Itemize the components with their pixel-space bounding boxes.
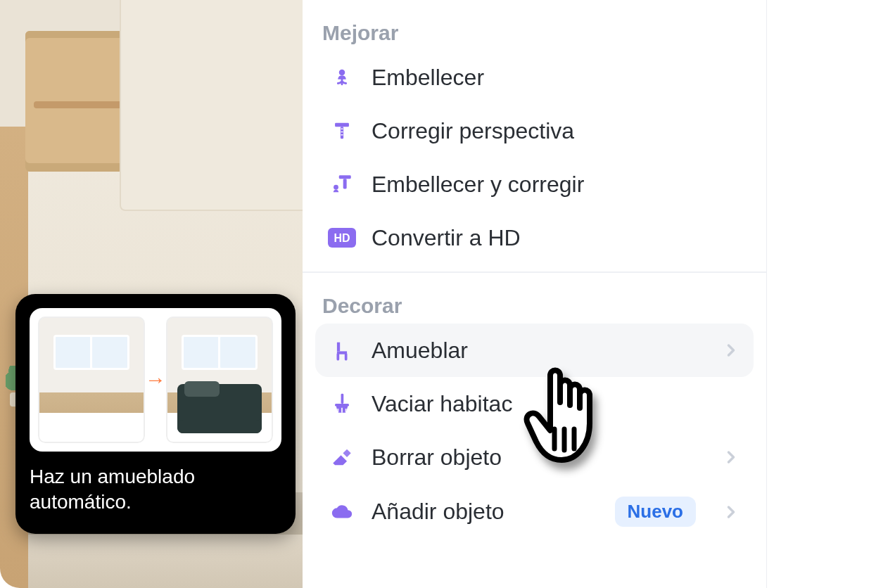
section-title-decorate: Decorar [315,291,754,324]
new-badge: Nuevo [615,497,696,527]
eraser-icon [328,443,356,471]
flower-icon [328,63,356,91]
item-label: Corregir perspectiva [372,118,574,144]
actions-panel: Mejorar Embellecer Corregir perspectiva … [303,0,767,588]
item-label: Vaciar habitac [372,391,512,417]
item-erase-object[interactable]: Borrar objeto [315,430,754,484]
chevron-right-icon [721,340,741,360]
svg-rect-9 [341,394,344,404]
item-label: Embellecer [372,65,484,91]
photo-cabinet [120,0,303,211]
item-label: Borrar objeto [372,445,502,471]
item-label: Convertir a HD [372,225,521,251]
t-square-icon [328,117,356,145]
item-fix-perspective[interactable]: Corregir perspectiva [315,104,754,158]
tooltip-before-thumb [38,317,145,443]
chair-icon [328,336,356,364]
section-title-improve: Mejorar [315,18,754,51]
tooltip-after-thumb [166,317,273,443]
chevron-right-icon [721,447,741,467]
section-decorate: Decorar Amueblar Vaciar habitac [303,271,766,547]
svg-point-0 [339,70,345,76]
item-add-object[interactable]: Añadir objeto Nuevo [315,484,754,539]
tooltip-card: → Haz un amueblado automático. [15,294,296,534]
item-convert-hd[interactable]: HD Convertir a HD [315,211,754,264]
tooltip-text: Haz un amueblado automático. [30,464,281,516]
svg-text:HD: HD [334,232,350,244]
flower-t-icon [328,170,356,198]
item-beautify-and-fix[interactable]: Embellecer y corregir [315,158,754,211]
item-furnish[interactable]: Amueblar [315,324,754,377]
broom-icon [328,390,356,418]
item-label: Añadir objeto [372,499,504,525]
cloud-icon [328,498,356,526]
app-stage: → Haz un amueblado automático. Mejorar E… [0,0,895,588]
item-beautify[interactable]: Embellecer [315,51,754,104]
svg-rect-10 [335,404,349,407]
arrow-right-icon: → [145,368,166,392]
svg-rect-4 [339,175,351,179]
item-empty-room[interactable]: Vaciar habitac [315,377,754,430]
item-label: Embellecer y corregir [372,172,584,198]
svg-rect-5 [343,179,347,188]
section-improve: Mejorar Embellecer Corregir perspectiva … [303,0,766,271]
svg-point-6 [334,185,338,190]
chevron-right-icon [721,502,741,522]
right-gutter [767,0,895,588]
svg-rect-2 [335,123,349,127]
item-label: Amueblar [372,338,468,364]
tooltip-before-after: → [30,308,281,452]
hd-badge-icon: HD [328,224,356,252]
